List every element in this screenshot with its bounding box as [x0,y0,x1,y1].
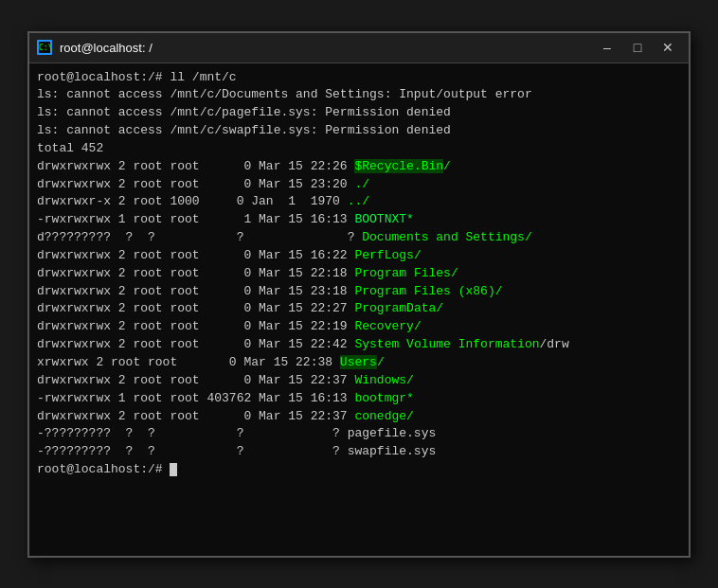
line-error-3: ls: cannot access /mnt/c/swapfile.sys: P… [37,122,681,140]
window-title: root@localhost: / [60,41,594,55]
line-swapfile: -????????? ? ? ? ? swapfile.sys [37,443,681,461]
line-programfiles: drwxrwxrwx 2 root root 0 Mar 15 22:18 Pr… [37,265,681,283]
window-controls: – □ ✕ [594,37,681,58]
line-current: drwxrwxrwx 2 root root 0 Mar 15 23:20 ./ [37,176,681,194]
line-total: total 452 [37,140,681,158]
line-command: root@localhost:/# ll /mnt/c [37,69,681,87]
title-bar: C:\ root@localhost: / – □ ✕ [29,33,689,63]
line-bootmgr: -rwxrwxrwx 1 root root 403762 Mar 15 16:… [37,390,681,408]
line-recycle: drwxrwxrwx 2 root root 0 Mar 15 22:26 $R… [37,158,681,176]
terminal-window: C:\ root@localhost: / – □ ✕ root@localho… [27,31,691,558]
line-sysvolinfo: drwxrwxrwx 2 root root 0 Mar 15 22:42 Sy… [37,336,681,354]
line-error-1: ls: cannot access /mnt/c/Documents and S… [37,86,681,104]
line-error-2: ls: cannot access /mnt/c/pagefile.sys: P… [37,104,681,122]
line-docsettings: d????????? ? ? ? ? Documents and Setting… [37,229,681,247]
terminal-icon: C:\ [37,40,52,55]
close-button[interactable]: ✕ [655,37,681,58]
line-programdata: drwxrwxrwx 2 root root 0 Mar 15 22:27 Pr… [37,300,681,318]
line-recovery: drwxrwxrwx 2 root root 0 Mar 15 22:19 Re… [37,318,681,336]
line-pagefile: -????????? ? ? ? ? pagefile.sys [37,425,681,443]
maximize-button[interactable]: □ [624,37,651,58]
svg-text:C:\: C:\ [39,44,52,52]
terminal-body[interactable]: root@localhost:/# ll /mnt/c ls: cannot a… [29,63,689,556]
minimize-button[interactable]: – [594,37,620,58]
line-perflogs: drwxrwxrwx 2 root root 0 Mar 15 16:22 Pe… [37,247,681,265]
line-conedge: drwxrwxrwx 2 root root 0 Mar 15 22:37 co… [37,408,681,426]
line-prompt: root@localhost:/# [37,461,681,479]
line-users: xrwxrwx 2 root root 0 Mar 15 22:38 Users… [37,354,681,372]
line-programfiles86: drwxrwxrwx 2 root root 0 Mar 15 23:18 Pr… [37,283,681,301]
line-bootnxt: -rwxrwxrwx 1 root root 1 Mar 15 16:13 BO… [37,211,681,229]
line-windows: drwxrwxrwx 2 root root 0 Mar 15 22:37 Wi… [37,372,681,390]
cursor [170,463,177,476]
line-parent: drwxrwxr-x 2 root 1000 0 Jan 1 1970 ../ [37,193,681,211]
